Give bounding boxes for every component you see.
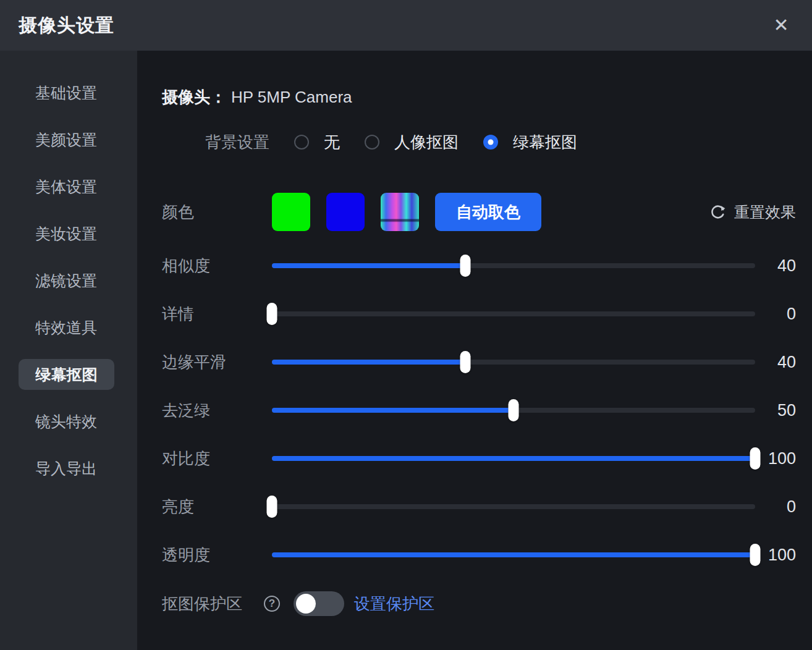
sidebar-item-lens-effects[interactable]: 镜头特效 — [0, 398, 137, 445]
camera-row: 摄像头： HP 5MP Camera — [162, 86, 796, 108]
radio-portrait-keying[interactable]: 人像抠图 — [365, 132, 459, 153]
titlebar: 摄像头设置 ✕ — [0, 0, 812, 51]
slider-row-edge-smooth: 边缘平滑 40 — [162, 350, 796, 374]
protection-toggle[interactable] — [294, 591, 344, 616]
slider-row-degreen: 去泛绿 50 — [162, 398, 796, 423]
slider-label: 详情 — [162, 303, 272, 325]
background-setting-label: 背景设置 — [205, 132, 269, 153]
sidebar-item-filter[interactable]: 滤镜设置 — [0, 257, 137, 304]
slider-label: 边缘平滑 — [162, 352, 272, 373]
slider-thumb[interactable] — [267, 303, 277, 325]
sidebar-item-greenscreen[interactable]: 绿幕抠图 — [0, 351, 137, 398]
settings-sidebar: 基础设置 美颜设置 美体设置 美妆设置 滤镜设置 特效道具 绿幕抠图 镜头特效 … — [0, 51, 137, 650]
slider-value: 100 — [755, 449, 796, 468]
slider-value: 40 — [755, 256, 796, 276]
color-row: 颜色 自动取色 重置效果 — [162, 193, 796, 231]
slider-row-opacity: 透明度 100 — [162, 542, 796, 567]
radio-none[interactable]: 无 — [294, 132, 340, 153]
slider-row-contrast: 对比度 100 — [162, 446, 796, 471]
set-protection-area-link[interactable]: 设置保护区 — [354, 593, 434, 615]
protection-label: 抠图保护区 — [162, 593, 242, 615]
slider-track[interactable] — [272, 408, 755, 413]
slider-thumb[interactable] — [750, 447, 761, 470]
slider-value: 50 — [755, 401, 796, 420]
slider-track[interactable] — [272, 456, 755, 461]
slider-track[interactable] — [272, 263, 755, 268]
radio-circle-icon[interactable] — [294, 135, 309, 150]
sidebar-item-basic[interactable]: 基础设置 — [0, 69, 137, 116]
color-label: 颜色 — [162, 201, 272, 223]
slider-thumb[interactable] — [750, 544, 761, 566]
slider-value: 100 — [755, 546, 796, 565]
slider-label: 亮度 — [162, 496, 272, 518]
refresh-icon — [709, 203, 727, 221]
dialog-title: 摄像头设置 — [19, 13, 114, 38]
auto-pick-color-button[interactable]: 自动取色 — [435, 193, 541, 231]
blue-swatch[interactable] — [326, 193, 365, 231]
slider-row-brightness: 亮度 0 — [162, 494, 796, 519]
slider-thumb[interactable] — [460, 255, 470, 277]
reset-effects-label: 重置效果 — [734, 202, 796, 222]
slider-value: 0 — [755, 305, 796, 324]
sidebar-item-import-export[interactable]: 导入导出 — [0, 445, 137, 492]
camera-label: 摄像头： — [162, 87, 226, 108]
sidebar-item-effects-props[interactable]: 特效道具 — [0, 304, 137, 351]
help-icon[interactable]: ? — [264, 596, 280, 612]
greenscreen-settings-panel: 摄像头： HP 5MP Camera 背景设置 无 人像抠图 绿幕抠图 颜色 自… — [137, 51, 812, 650]
reset-effects-button[interactable]: 重置效果 — [709, 202, 796, 222]
slider-row-similarity: 相似度 40 — [162, 253, 796, 278]
background-setting-row: 背景设置 无 人像抠图 绿幕抠图 — [162, 132, 796, 153]
slider-thumb[interactable] — [460, 351, 470, 373]
radio-greenscreen-keying[interactable]: 绿幕抠图 — [483, 132, 577, 153]
close-icon[interactable]: ✕ — [761, 0, 801, 51]
slider-label: 去泛绿 — [162, 400, 272, 421]
custom-gradient-swatch[interactable] — [381, 193, 419, 231]
slider-label: 相似度 — [162, 255, 272, 277]
slider-value: 40 — [755, 353, 796, 372]
slider-track[interactable] — [272, 311, 755, 316]
slider-label: 透明度 — [162, 544, 272, 566]
camera-name: HP 5MP Camera — [231, 88, 352, 107]
keying-protection-row: 抠图保护区 ? 设置保护区 — [162, 590, 796, 617]
slider-row-detail: 详情 0 — [162, 302, 796, 326]
sidebar-item-makeup[interactable]: 美妆设置 — [0, 210, 137, 257]
green-swatch[interactable] — [272, 193, 310, 231]
radio-circle-icon[interactable] — [483, 135, 498, 150]
slider-value: 0 — [755, 497, 796, 517]
slider-label: 对比度 — [162, 448, 272, 470]
slider-track[interactable] — [272, 552, 755, 557]
toggle-knob — [296, 594, 316, 614]
slider-track[interactable] — [272, 504, 755, 509]
slider-track[interactable] — [272, 360, 755, 365]
sidebar-item-beauty[interactable]: 美颜设置 — [0, 116, 137, 163]
slider-thumb[interactable] — [267, 496, 277, 518]
radio-circle-icon[interactable] — [365, 135, 379, 150]
sidebar-item-body[interactable]: 美体设置 — [0, 163, 137, 210]
slider-thumb[interactable] — [509, 399, 519, 421]
